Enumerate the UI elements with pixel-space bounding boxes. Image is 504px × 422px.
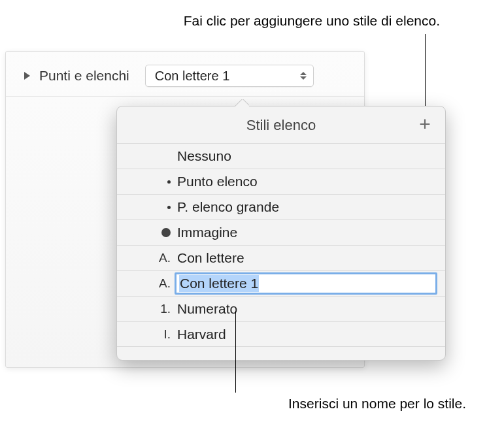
callout-add-style: Fai clic per aggiungere uno stile di ele… bbox=[184, 13, 440, 29]
callout-line-bottom bbox=[235, 311, 236, 393]
add-style-button[interactable]: + bbox=[415, 114, 435, 134]
style-item-label: Con lettere bbox=[177, 250, 445, 266]
style-item-label: Numerato bbox=[177, 301, 445, 317]
style-item-label: Immagine bbox=[177, 225, 445, 240]
style-item[interactable]: I.Harvard bbox=[117, 321, 445, 347]
style-item[interactable]: Immagine bbox=[117, 219, 445, 245]
bullet-marker-icon: I. bbox=[152, 327, 177, 342]
style-list: NessunoPunto elencoP. elenco grandeImmag… bbox=[117, 143, 445, 347]
dropdown-stepper-icon bbox=[300, 72, 307, 80]
list-styles-popover: Stili elenco + NessunoPunto elencoP. ele… bbox=[116, 106, 446, 361]
bullet-marker-icon: 1. bbox=[152, 302, 177, 316]
bullet-marker-icon bbox=[152, 206, 177, 209]
style-item-label: Nessuno bbox=[177, 148, 445, 164]
callout-line-top bbox=[425, 34, 426, 112]
bullet-marker-icon bbox=[152, 180, 177, 184]
dropdown-selected-value: Con lettere 1 bbox=[155, 69, 300, 84]
style-item[interactable]: A.Con lettere bbox=[117, 245, 445, 270]
style-item-label: Harvard bbox=[177, 327, 445, 342]
disclosure-triangle-icon[interactable] bbox=[24, 72, 30, 80]
style-item[interactable]: P. elenco grande bbox=[117, 194, 445, 219]
header-label: Punti e elenchi bbox=[39, 68, 129, 84]
style-item[interactable]: Punto elenco bbox=[117, 169, 445, 194]
style-item-label: Punto elenco bbox=[177, 174, 445, 189]
style-name-selection: Con lettere 1 bbox=[179, 275, 259, 292]
style-item[interactable]: A.Con lettere 1 bbox=[117, 270, 445, 296]
list-style-dropdown[interactable]: Con lettere 1 bbox=[145, 65, 314, 87]
callout-enter-name: Inserisci un nome per lo stile. bbox=[288, 396, 466, 412]
style-item[interactable]: 1.Numerato bbox=[117, 296, 445, 321]
bullet-marker-icon: A. bbox=[152, 251, 177, 265]
style-item[interactable]: Nessuno bbox=[117, 143, 445, 169]
bullet-marker-icon: A. bbox=[152, 276, 177, 291]
popover-arrow-icon bbox=[235, 99, 249, 106]
popover-title: Stili elenco bbox=[117, 106, 445, 134]
bullet-marker-icon bbox=[152, 228, 177, 237]
style-item-label: P. elenco grande bbox=[177, 199, 445, 215]
panel-header: Punti e elenchi Con lettere 1 bbox=[6, 52, 364, 97]
style-name-input[interactable]: Con lettere 1 bbox=[175, 272, 437, 295]
